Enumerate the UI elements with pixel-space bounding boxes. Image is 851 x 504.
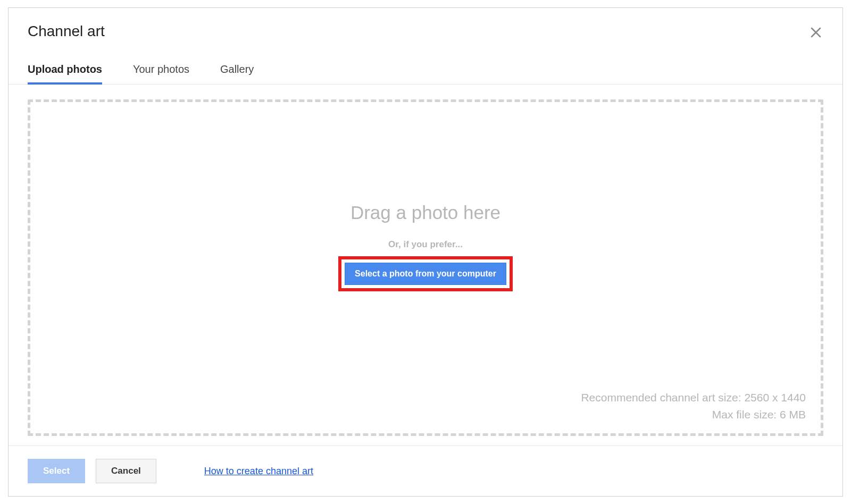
help-link[interactable]: How to create channel art bbox=[204, 466, 313, 477]
dialog-footer: Select Cancel How to create channel art bbox=[9, 446, 842, 496]
dropzone-center: Drag a photo here Or, if you prefer... S… bbox=[30, 202, 821, 291]
dialog-title: Channel art bbox=[28, 23, 823, 40]
tab-upload-photos[interactable]: Upload photos bbox=[28, 56, 102, 84]
highlight-annotation: Select a photo from your computer bbox=[338, 256, 513, 291]
tab-bar: Upload photos Your photos Gallery bbox=[9, 56, 842, 85]
dialog-header: Channel art bbox=[9, 8, 842, 40]
cancel-button[interactable]: Cancel bbox=[96, 459, 156, 483]
tab-gallery[interactable]: Gallery bbox=[220, 56, 254, 84]
drag-hint-text: Drag a photo here bbox=[351, 202, 500, 223]
recommended-size-text: Recommended channel art size: 2560 x 144… bbox=[581, 389, 806, 406]
select-button[interactable]: Select bbox=[28, 459, 85, 483]
dialog-body: Drag a photo here Or, if you prefer... S… bbox=[9, 85, 842, 446]
select-photo-button[interactable]: Select a photo from your computer bbox=[345, 263, 506, 285]
dropzone[interactable]: Drag a photo here Or, if you prefer... S… bbox=[28, 99, 823, 436]
max-file-size-text: Max file size: 6 MB bbox=[581, 406, 806, 423]
close-icon[interactable] bbox=[808, 25, 823, 40]
channel-art-dialog: Channel art Upload photos Your photos Ga… bbox=[8, 7, 843, 497]
size-hints: Recommended channel art size: 2560 x 144… bbox=[581, 389, 806, 423]
or-text: Or, if you prefer... bbox=[388, 239, 463, 250]
tab-your-photos[interactable]: Your photos bbox=[133, 56, 189, 84]
